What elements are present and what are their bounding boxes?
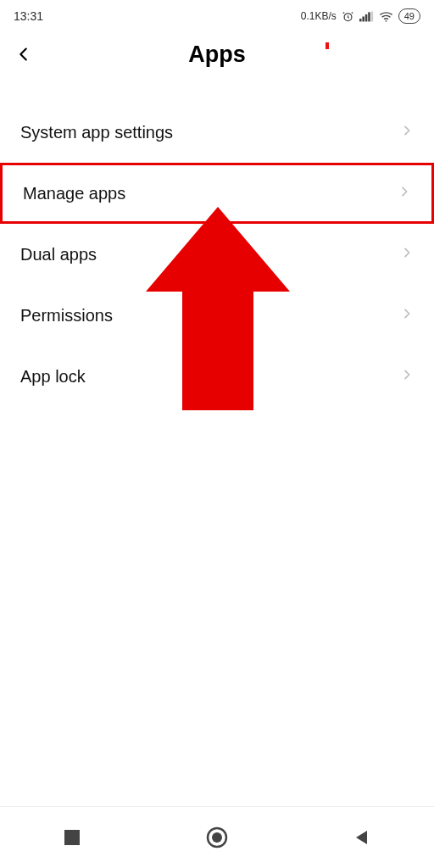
chevron-right-icon	[398, 185, 411, 202]
nav-recent-button[interactable]	[42, 817, 103, 858]
row-label: Dual apps	[20, 245, 97, 264]
row-permissions[interactable]: Permissions	[0, 285, 434, 346]
settings-list: System app settings Manage apps Dual app…	[0, 102, 434, 407]
back-button[interactable]	[3, 34, 44, 75]
svg-point-10	[212, 832, 222, 843]
red-dot-accent	[326, 42, 329, 49]
chevron-left-icon	[14, 45, 33, 64]
row-label: System app settings	[20, 123, 173, 142]
svg-rect-4	[368, 12, 370, 21]
row-dual-apps[interactable]: Dual apps	[0, 224, 434, 285]
status-time: 13:31	[14, 9, 43, 23]
system-navbar	[0, 807, 434, 868]
svg-rect-3	[365, 14, 368, 21]
wifi-icon	[379, 11, 393, 22]
svg-rect-1	[359, 19, 362, 21]
status-bar: 13:31 0.1KB/s	[0, 0, 434, 29]
chevron-right-icon	[400, 307, 414, 324]
svg-point-6	[385, 19, 387, 21]
signal-icon	[359, 11, 374, 22]
battery-pill: 49	[398, 8, 420, 24]
nav-back-button[interactable]	[331, 817, 392, 858]
svg-marker-11	[356, 831, 367, 844]
header: Apps	[0, 29, 434, 80]
square-icon	[64, 830, 80, 845]
svg-rect-8	[64, 830, 80, 845]
triangle-left-icon	[353, 829, 370, 846]
alarm-icon	[342, 10, 354, 23]
row-system-app-settings[interactable]: System app settings	[0, 102, 434, 163]
row-app-lock[interactable]: App lock	[0, 346, 434, 407]
circle-icon	[206, 826, 228, 849]
chevron-right-icon	[400, 368, 414, 385]
row-label: App lock	[20, 367, 86, 387]
chevron-right-icon	[400, 124, 414, 141]
status-net-speed: 0.1KB/s	[301, 10, 337, 22]
svg-rect-2	[362, 16, 364, 21]
chevron-right-icon	[400, 246, 414, 263]
nav-home-button[interactable]	[186, 817, 248, 858]
row-label: Manage apps	[23, 184, 125, 203]
page-title: Apps	[0, 42, 434, 68]
svg-rect-5	[370, 11, 373, 21]
row-manage-apps[interactable]: Manage apps	[0, 163, 434, 224]
row-label: Permissions	[20, 306, 113, 326]
status-right: 0.1KB/s 49	[301, 8, 420, 24]
